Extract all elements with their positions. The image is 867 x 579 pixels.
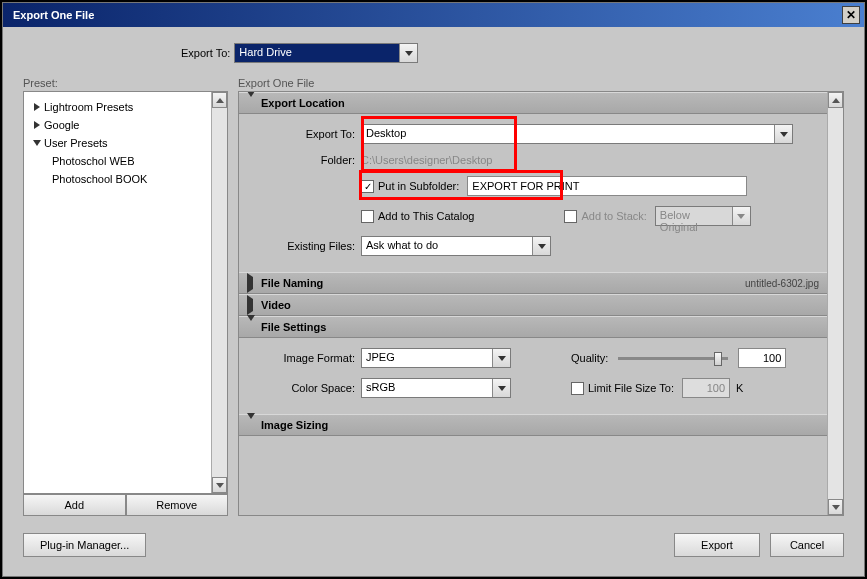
format-select[interactable]: JPEG bbox=[361, 348, 511, 368]
limit-input bbox=[682, 378, 730, 398]
chevron-down-icon bbox=[399, 44, 417, 62]
loc-export-to-label: Export To: bbox=[255, 128, 355, 140]
window-title: Export One File bbox=[13, 9, 94, 21]
scroll-down-icon[interactable] bbox=[212, 477, 227, 493]
triangle-down-icon bbox=[33, 140, 41, 146]
limit-unit: K bbox=[736, 382, 743, 394]
scroll-up-icon[interactable] bbox=[828, 92, 843, 108]
export-button[interactable]: Export bbox=[674, 533, 760, 557]
limit-label: Limit File Size To: bbox=[588, 382, 674, 394]
right-scrollbar[interactable] bbox=[827, 92, 843, 515]
preset-google[interactable]: Google bbox=[28, 116, 207, 134]
subfolder-label: Put in Subfolder: bbox=[378, 180, 459, 192]
limit-checkbox[interactable] bbox=[571, 382, 584, 395]
triangle-right-icon bbox=[247, 273, 253, 293]
chevron-down-icon bbox=[732, 207, 750, 225]
add-preset-button[interactable]: Add bbox=[23, 494, 126, 516]
triangle-down-icon bbox=[247, 92, 255, 109]
right-panel-label: Export One File bbox=[238, 77, 844, 89]
titlebar: Export One File ✕ bbox=[3, 3, 864, 27]
subfolder-input[interactable] bbox=[467, 176, 747, 196]
section-file-naming[interactable]: File Naminguntitled-6302.jpg bbox=[239, 272, 827, 294]
add-stack-label: Add to Stack: bbox=[581, 210, 646, 222]
colorspace-label: Color Space: bbox=[255, 382, 355, 394]
scroll-up-icon[interactable] bbox=[212, 92, 227, 108]
existing-label: Existing Files: bbox=[255, 240, 355, 252]
triangle-right-icon bbox=[247, 295, 253, 315]
preset-list: Lightroom Presets Google User Presets Ph… bbox=[23, 91, 228, 494]
quality-label: Quality: bbox=[571, 352, 608, 364]
cancel-button[interactable]: Cancel bbox=[770, 533, 844, 557]
chevron-down-icon bbox=[492, 349, 510, 367]
quality-slider[interactable] bbox=[618, 357, 728, 360]
chevron-down-icon bbox=[774, 125, 792, 143]
existing-select[interactable]: Ask what to do bbox=[361, 236, 551, 256]
folder-path: C:\Users\designer\Desktop bbox=[361, 154, 492, 166]
section-export-location[interactable]: Export Location bbox=[239, 92, 827, 114]
section-file-settings[interactable]: File Settings bbox=[239, 316, 827, 338]
add-stack-select: Below Original bbox=[655, 206, 751, 226]
triangle-down-icon bbox=[247, 315, 255, 333]
subfolder-checkbox[interactable]: ✓ bbox=[361, 180, 374, 193]
chevron-down-icon bbox=[492, 379, 510, 397]
section-image-sizing[interactable]: Image Sizing bbox=[239, 414, 827, 436]
export-to-select[interactable]: Hard Drive bbox=[234, 43, 418, 63]
loc-export-to-select[interactable]: Desktop bbox=[361, 124, 793, 144]
triangle-right-icon bbox=[34, 103, 40, 111]
preset-label: Preset: bbox=[23, 77, 228, 89]
add-catalog-label: Add to This Catalog bbox=[378, 210, 474, 222]
add-catalog-checkbox[interactable] bbox=[361, 210, 374, 223]
slider-thumb-icon[interactable] bbox=[714, 352, 722, 366]
folder-label: Folder: bbox=[255, 154, 355, 166]
export-to-label: Export To: bbox=[181, 47, 230, 59]
section-video[interactable]: Video bbox=[239, 294, 827, 316]
preset-user[interactable]: User Presets bbox=[28, 134, 207, 152]
colorspace-select[interactable]: sRGB bbox=[361, 378, 511, 398]
triangle-right-icon bbox=[34, 121, 40, 129]
plugin-manager-button[interactable]: Plug-in Manager... bbox=[23, 533, 146, 557]
preset-photoschool-web[interactable]: Photoschol WEB bbox=[28, 152, 207, 170]
remove-preset-button[interactable]: Remove bbox=[126, 494, 229, 516]
quality-input[interactable] bbox=[738, 348, 786, 368]
add-stack-checkbox bbox=[564, 210, 577, 223]
format-label: Image Format: bbox=[255, 352, 355, 364]
chevron-down-icon bbox=[532, 237, 550, 255]
preset-photoschool-book[interactable]: Photoschool BOOK bbox=[28, 170, 207, 188]
scroll-down-icon[interactable] bbox=[828, 499, 843, 515]
preset-scrollbar[interactable] bbox=[211, 92, 227, 493]
close-button[interactable]: ✕ bbox=[842, 6, 860, 24]
triangle-down-icon bbox=[247, 413, 255, 431]
preset-lightroom[interactable]: Lightroom Presets bbox=[28, 98, 207, 116]
